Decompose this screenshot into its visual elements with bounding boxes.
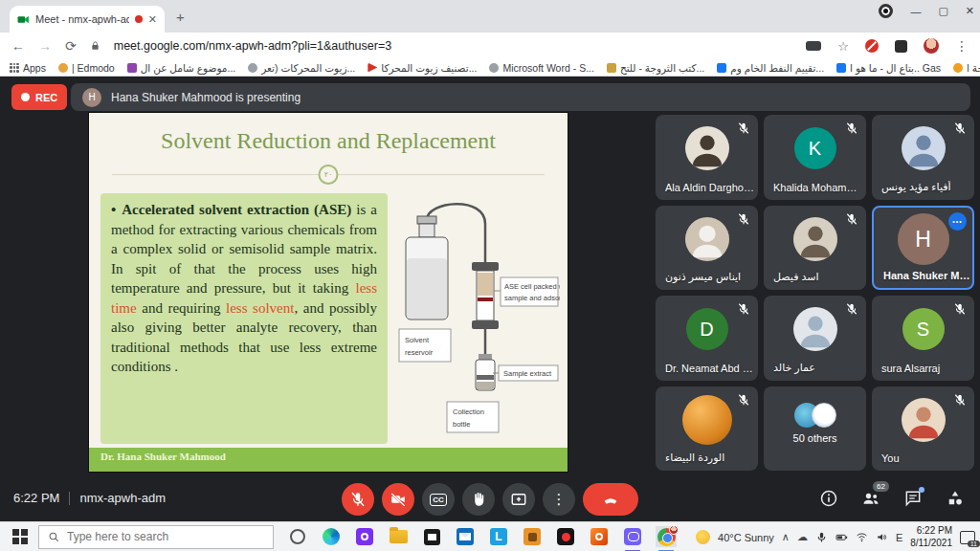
tile-menu-button[interactable]: ••• xyxy=(948,212,967,231)
participant-tile[interactable]: اسد فيصل xyxy=(764,206,866,291)
present-button[interactable] xyxy=(502,483,535,516)
window-minimize-button[interactable]: — xyxy=(910,6,921,17)
present-screen-icon xyxy=(510,491,527,508)
extension-blocker-icon[interactable] xyxy=(865,39,879,53)
browser-menu-icon[interactable]: ⋮ xyxy=(955,38,969,54)
apps-grid-icon xyxy=(10,63,19,73)
purple-app-button[interactable] xyxy=(354,526,375,547)
mic-off-icon xyxy=(845,121,858,135)
captions-button[interactable]: CC xyxy=(422,483,455,516)
bookmark-item[interactable]: تصنيف زيوت المحركا... xyxy=(368,62,477,74)
raise-hand-button[interactable] xyxy=(462,483,495,516)
extension-pin-icon[interactable] xyxy=(895,40,907,53)
apps-shortcut[interactable]: Apps xyxy=(10,62,46,74)
svg-text:Collection: Collection xyxy=(453,408,484,416)
back-button[interactable]: ← xyxy=(11,38,25,54)
tray-mic-icon[interactable] xyxy=(815,531,828,543)
media-app-button[interactable] xyxy=(555,526,576,547)
presenter-avatar: H xyxy=(82,88,101,107)
presentation-slide[interactable]: Solvent Reduction and Replacement ٢٠ •Ac… xyxy=(89,113,568,472)
recorder-indicator-icon xyxy=(879,4,893,18)
participant-tile[interactable]: الوردة البيضاء xyxy=(656,386,758,472)
tab-close-icon[interactable]: ✕ xyxy=(148,13,157,26)
browser-tab[interactable]: Meet - nmx-apwh-adm ✕ xyxy=(10,6,165,33)
viber-icon xyxy=(624,528,641,545)
site-favicon xyxy=(127,63,137,73)
leave-call-button[interactable] xyxy=(583,483,638,516)
activities-button[interactable] xyxy=(946,489,965,508)
bookmark-word[interactable]: Microsoft Word - S... xyxy=(489,62,594,74)
profile-avatar[interactable] xyxy=(924,38,939,54)
participant-tile[interactable]: Ala Aldin Darghouth xyxy=(656,115,758,200)
bookmark-item[interactable]: زيوت المحركات (تعر... xyxy=(248,62,355,74)
store-button[interactable] xyxy=(421,526,442,547)
participant-tile[interactable]: عمار خالد xyxy=(764,296,866,381)
self-tile[interactable]: You xyxy=(872,386,974,472)
forward-button[interactable]: → xyxy=(38,38,52,54)
wifi-icon[interactable] xyxy=(856,531,868,543)
mail-button[interactable] xyxy=(455,526,476,547)
bookmark-star-icon[interactable]: ☆ xyxy=(837,39,849,54)
onedrive-cloud-icon[interactable]: ☁ xyxy=(797,531,808,543)
language-indicator[interactable]: E xyxy=(896,532,902,543)
site-favicon xyxy=(953,63,963,73)
bookmark-facebook[interactable]: بتاع ال - ما هو ا.. Gas xyxy=(836,62,941,74)
bookmark-edmodo[interactable]: | Edmodo xyxy=(58,62,115,74)
reload-button[interactable]: ⟳ xyxy=(65,38,77,54)
url-bar[interactable]: meet.google.com/nmx-apwh-adm?pli=1&authu… xyxy=(114,39,391,53)
viber-button[interactable] xyxy=(622,526,643,547)
others-tile[interactable]: 50 others xyxy=(764,386,866,472)
battery-icon[interactable] xyxy=(835,531,848,543)
weather-label[interactable]: 40°C Sunny xyxy=(718,532,774,543)
taskbar-search-input[interactable] xyxy=(67,530,264,543)
window-maximize-button[interactable]: ▢ xyxy=(938,5,947,17)
mic-off-icon xyxy=(845,302,858,316)
svg-text:Sample extract: Sample extract xyxy=(503,369,552,378)
volume-icon[interactable] xyxy=(876,531,888,543)
participants-count-badge: 62 xyxy=(873,481,889,492)
new-tab-button[interactable]: + xyxy=(176,9,185,25)
participant-tile-presenter[interactable]: ••• H Hana Shuker Mahm... xyxy=(872,206,974,291)
taskbar-search[interactable] xyxy=(38,525,274,549)
weather-sun-icon[interactable] xyxy=(696,530,710,544)
window-close-button[interactable]: ✕ xyxy=(966,5,974,17)
more-options-button[interactable]: ⋮ xyxy=(543,483,575,516)
l-app-button[interactable]: L xyxy=(488,526,509,547)
participant-name: Khalida Mohamme... xyxy=(773,182,863,193)
globe-favicon xyxy=(248,63,257,73)
mic-off-icon xyxy=(737,212,750,226)
edge-button[interactable] xyxy=(321,526,342,547)
orange-app-button[interactable] xyxy=(522,526,543,547)
others-count-label: 50 others xyxy=(793,432,837,444)
bookmark-facebook[interactable]: تقييم النفط الخام وم... xyxy=(717,62,824,74)
bookmark-item[interactable]: كتب الثروجة - للتح... xyxy=(607,62,704,74)
taskbar-clock[interactable]: 6:22 PM8/11/2021 xyxy=(910,525,952,549)
camera-toggle-button[interactable] xyxy=(382,483,414,516)
participant-tile[interactable]: أفياء مؤيد يونس xyxy=(872,115,974,200)
notification-count-badge: 11 xyxy=(968,540,980,547)
office-button[interactable] xyxy=(589,526,610,547)
participant-tile[interactable]: K Khalida Mohamme... xyxy=(764,115,866,200)
tray-expand-icon[interactable]: ∧ xyxy=(782,531,790,543)
system-tray: 40°C Sunny ∧ ☁ E 6:22 PM8/11/2021 11 xyxy=(696,522,975,551)
cortana-button[interactable] xyxy=(287,526,308,547)
mic-toggle-button[interactable] xyxy=(342,483,374,516)
search-icon xyxy=(48,531,60,543)
start-button[interactable] xyxy=(12,529,28,544)
action-center-icon[interactable]: 11 xyxy=(960,531,975,544)
participant-tile[interactable]: ايناس ميسر ذنون xyxy=(656,206,758,291)
slide-footer: Dr. Hana Shuker Mahmood xyxy=(89,448,568,472)
tab-media-indicator-icon xyxy=(806,41,821,51)
participant-tile[interactable]: D Dr. Neamat Abd El-... xyxy=(656,296,758,381)
participant-name: Hana Shuker Mahm... xyxy=(883,270,970,281)
bookmark-item[interactable]: موضوع شامل عن ال... xyxy=(127,62,236,74)
meeting-details-button[interactable] xyxy=(819,489,838,508)
bookmark-item[interactable]: ما هو مقياس درجة ا... xyxy=(953,62,980,74)
participant-tile[interactable]: S sura Alsarraj xyxy=(872,296,974,381)
meeting-code: nmx-apwh-adm xyxy=(79,491,166,505)
avatar: S xyxy=(902,308,945,350)
chat-button[interactable] xyxy=(903,489,923,508)
participants-button[interactable]: 62 xyxy=(861,489,880,508)
chrome-button[interactable] xyxy=(656,526,677,547)
file-explorer-button[interactable] xyxy=(388,526,409,547)
